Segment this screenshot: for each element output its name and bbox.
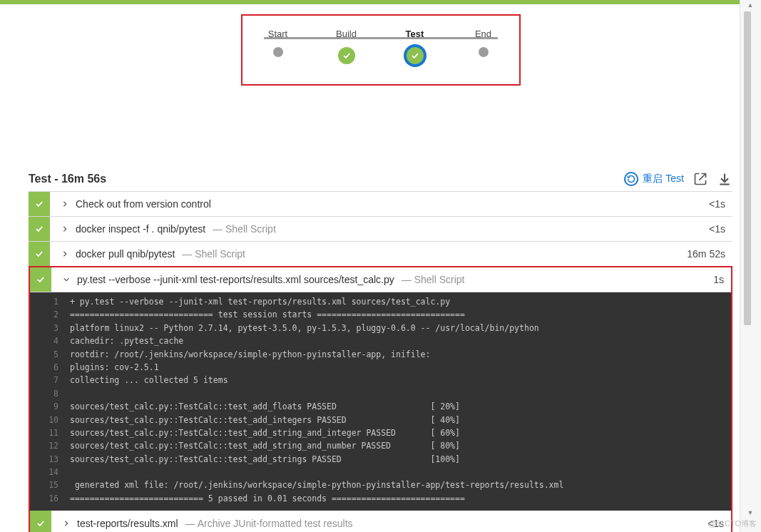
scroll-thumb[interactable] [744,11,751,325]
step-title: Check out from version control [76,198,211,210]
watermark-text: @51CTO博客 [708,518,757,529]
step-sub: — Shell Script [402,274,465,285]
stage-label: End [462,29,505,41]
stage-node-icon [273,47,283,57]
step-sub: — Archive JUnit-formatted test results [185,518,353,529]
step-title: docker pull qnib/pytest [76,248,175,260]
highlighted-step-group: py.test --verbose --junit-xml test-repor… [29,266,732,532]
top-accent-bar [0,0,761,4]
stage-build[interactable]: Build [325,29,368,64]
restart-stage-button[interactable]: 重启 Test [624,172,684,186]
step-title: test-reports/results.xml [77,518,178,529]
scroll-down-arrow[interactable]: ▼ [741,508,760,518]
step-row[interactable]: test-reports/results.xml — Archive JUnit… [30,511,731,532]
step-duration: <1s [709,192,732,216]
step-status-success-icon [29,242,50,266]
step-duration: <1s [709,217,732,241]
step-status-success-icon [30,267,51,292]
chevron-right-icon [63,520,70,527]
pipeline-stages-box: Start Build Test End [241,14,521,86]
step-sub: — Shell Script [182,248,245,260]
step-status-success-icon [29,217,50,241]
chevron-down-icon [63,276,70,283]
stage-start[interactable]: Start [257,29,300,57]
step-duration: 16m 52s [687,242,732,266]
step-title: py.test --verbose --junit-xml test-repor… [77,274,394,285]
step-row[interactable]: py.test --verbose --junit-xml test-repor… [30,267,731,292]
step-duration: 1s [713,267,731,292]
step-status-success-icon [30,511,51,532]
stage-label: Start [257,29,300,41]
chevron-right-icon [61,250,68,257]
stage-test[interactable]: Test [394,29,436,64]
step-title: docker inspect -f . qnib/pytest [76,223,205,235]
stage-end[interactable]: End [462,29,505,57]
step-row[interactable]: docker inspect -f . qnib/pytest — Shell … [29,217,732,242]
stage-label: Build [325,29,368,41]
stage-node-icon [479,47,489,57]
pipeline-connector-line [264,37,498,39]
step-row[interactable]: docker pull qnib/pytest — Shell Script 1… [29,242,732,267]
stage-node-icon [338,47,355,64]
console-output: 1+ py.test --verbose --junit-xml test-re… [30,292,731,511]
open-external-icon[interactable] [693,171,708,187]
step-row[interactable]: Check out from version control <1s [29,192,732,217]
chevron-right-icon [61,225,68,232]
restart-label: 重启 Test [643,173,684,185]
stage-label: Test [394,29,436,41]
section-title: Test - 16m 56s [29,173,106,185]
scroll-up-arrow[interactable]: ▲ [741,0,760,10]
steps-list: Check out from version control <1s docke… [29,191,732,532]
step-status-success-icon [29,192,50,216]
page-scrollbar[interactable]: ▲ ▼ [740,0,761,532]
step-sub: — Shell Script [213,223,276,235]
download-icon[interactable] [717,171,732,187]
restart-icon [624,172,638,186]
chevron-right-icon [61,200,68,208]
stage-node-icon [407,47,424,64]
